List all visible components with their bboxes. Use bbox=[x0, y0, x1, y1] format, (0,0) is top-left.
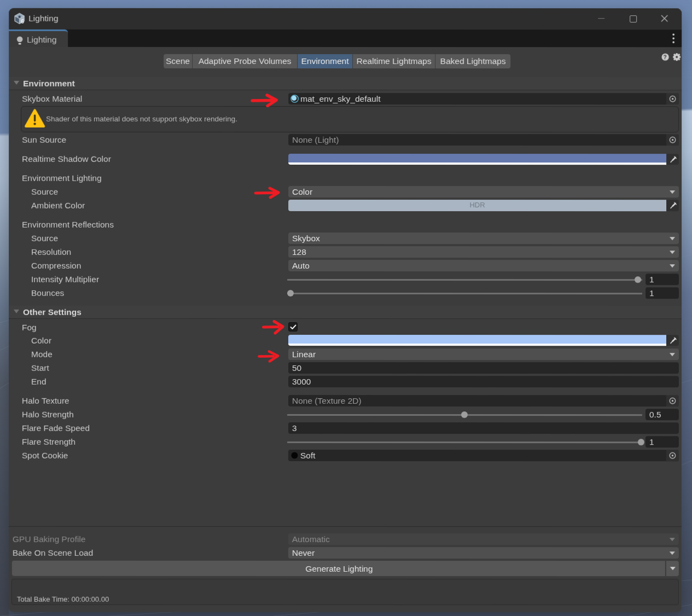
svg-text:?: ? bbox=[664, 54, 667, 60]
svg-text:6: 6 bbox=[21, 18, 24, 25]
